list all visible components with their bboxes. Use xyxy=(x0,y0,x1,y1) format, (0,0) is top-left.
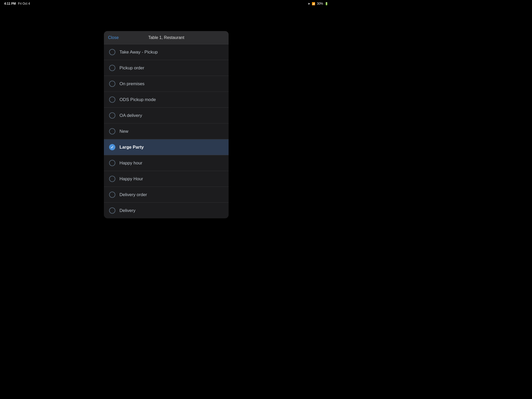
list-item-take-away-pickup[interactable]: Take Away - Pickup xyxy=(104,44,229,60)
status-time: 4:11 PM xyxy=(4,2,16,5)
list-item-delivery-order[interactable]: Delivery order xyxy=(104,187,229,203)
item-label-pickup-order: Pickup order xyxy=(119,65,144,71)
status-right: ➤ 📶 30% 🔋 xyxy=(308,2,328,5)
status-left: 4:11 PM Fri Oct 4 xyxy=(4,2,30,5)
radio-happy-hour-lower xyxy=(109,160,115,166)
close-button[interactable]: Close xyxy=(108,35,119,40)
list-item-happy-hour-upper[interactable]: Happy Hour xyxy=(104,171,229,187)
status-date: Fri Oct 4 xyxy=(18,2,30,5)
status-bar: 4:11 PM Fri Oct 4 ➤ 📶 30% 🔋 xyxy=(0,0,332,7)
radio-take-away-pickup xyxy=(109,49,115,55)
wifi-icon: 📶 xyxy=(312,2,315,5)
list-item-ods-pickup-mode[interactable]: ODS Pickup mode xyxy=(104,92,229,108)
item-label-oa-delivery: OA delivery xyxy=(119,113,142,118)
item-label-new: New xyxy=(119,129,128,134)
radio-ods-pickup-mode xyxy=(109,97,115,103)
item-label-happy-hour-upper: Happy Hour xyxy=(119,176,143,182)
item-label-on-premises: On premises xyxy=(119,81,144,87)
list-item-pickup-order[interactable]: Pickup order xyxy=(104,60,229,76)
checkmark-large-party: ✓ xyxy=(109,144,115,150)
radio-delivery-order xyxy=(109,192,115,198)
battery-icon: 🔋 xyxy=(325,2,328,5)
item-label-large-party: Large Party xyxy=(119,145,144,150)
list-item-delivery[interactable]: Delivery xyxy=(104,203,229,218)
order-type-modal: Close Table 1, Restaurant Take Away - Pi… xyxy=(104,31,229,218)
item-label-take-away-pickup: Take Away - Pickup xyxy=(119,50,158,55)
radio-pickup-order xyxy=(109,65,115,71)
modal-header: Close Table 1, Restaurant xyxy=(104,31,229,44)
item-label-delivery-order: Delivery order xyxy=(119,192,147,197)
radio-new xyxy=(109,128,115,135)
radio-oa-delivery xyxy=(109,112,115,119)
list-item-on-premises[interactable]: On premises xyxy=(104,76,229,92)
list-item-new[interactable]: New xyxy=(104,124,229,139)
location-icon: ➤ xyxy=(308,2,310,5)
item-label-ods-pickup-mode: ODS Pickup mode xyxy=(119,97,156,102)
order-type-list: Take Away - Pickup Pickup order On premi… xyxy=(104,44,229,218)
list-item-large-party[interactable]: ✓ Large Party xyxy=(104,139,229,155)
radio-on-premises xyxy=(109,81,115,87)
item-label-delivery: Delivery xyxy=(119,208,135,213)
modal-title: Table 1, Restaurant xyxy=(148,35,184,40)
radio-delivery xyxy=(109,208,115,214)
list-item-oa-delivery[interactable]: OA delivery xyxy=(104,108,229,124)
list-item-happy-hour-lower[interactable]: Happy hour xyxy=(104,155,229,171)
battery-level: 30% xyxy=(317,2,323,5)
radio-happy-hour-upper xyxy=(109,176,115,182)
item-label-happy-hour-lower: Happy hour xyxy=(119,161,142,166)
